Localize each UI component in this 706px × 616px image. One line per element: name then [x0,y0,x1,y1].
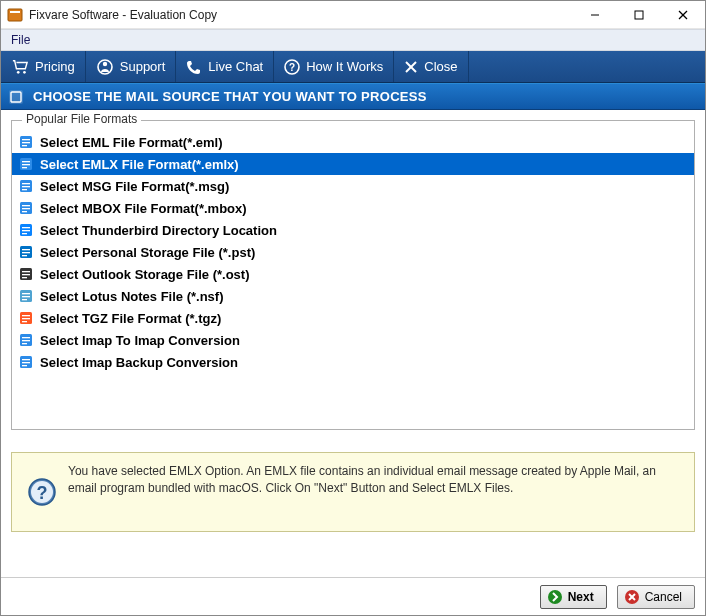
formats-groupbox: Popular File Formats Select EML File For… [11,120,695,430]
content-area: Popular File Formats Select EML File For… [1,110,705,577]
svg-rect-27 [22,189,27,190]
svg-rect-31 [22,211,27,212]
svg-text:?: ? [37,483,48,503]
svg-rect-46 [22,296,30,297]
svg-text:?: ? [289,62,295,73]
next-button[interactable]: Next [540,585,607,609]
svg-rect-51 [22,321,27,322]
format-item[interactable]: Select TGZ File Format (*.tgz) [12,307,694,329]
format-item-label: Select Imap Backup Conversion [40,355,238,370]
file-format-icon [18,310,34,326]
svg-rect-37 [22,249,30,250]
format-item-label: Select Imap To Imap Conversion [40,333,240,348]
toolbar-livechat-button[interactable]: Live Chat [176,51,274,82]
svg-point-9 [103,61,107,65]
app-window: Fixvare Software - Evaluation Copy File … [0,0,706,616]
menubar: File [1,29,705,51]
cart-icon [11,59,29,75]
info-box: ? You have selected EMLX Option. An EMLX… [11,452,695,532]
svg-rect-57 [22,359,30,360]
format-item-label: Select Lotus Notes File (*.nsf) [40,289,223,304]
close-x-icon [404,60,418,74]
cancel-button-label: Cancel [645,590,682,604]
maximize-button[interactable] [617,1,661,29]
phone-icon [186,59,202,75]
format-item[interactable]: Select EMLX File Format(*.emlx) [12,153,694,175]
support-icon [96,58,114,76]
svg-rect-26 [22,186,30,187]
svg-rect-23 [22,167,27,168]
format-item[interactable]: Select MBOX File Format(*.mbox) [12,197,694,219]
svg-rect-42 [22,274,30,275]
format-item-label: Select Thunderbird Directory Location [40,223,277,238]
step-icon [7,88,25,106]
question-info-icon: ? [22,463,62,521]
close-window-button[interactable] [661,1,705,29]
toolbar-close-label: Close [424,59,457,74]
groupbox-label: Popular File Formats [22,112,141,126]
svg-rect-21 [22,161,30,162]
svg-rect-30 [22,208,30,209]
svg-rect-35 [22,233,27,234]
svg-rect-0 [8,9,22,21]
format-item[interactable]: Select Lotus Notes File (*.nsf) [12,285,694,307]
question-icon: ? [284,59,300,75]
format-item[interactable]: Select Personal Storage File (*.pst) [12,241,694,263]
format-item[interactable]: Select Imap To Imap Conversion [12,329,694,351]
toolbar-close-button[interactable]: Close [394,51,468,82]
toolbar-howitworks-label: How It Works [306,59,383,74]
cancel-icon [624,589,640,605]
svg-rect-17 [22,139,30,140]
svg-rect-47 [22,299,27,300]
format-item-label: Select TGZ File Format (*.tgz) [40,311,221,326]
format-item[interactable]: Select MSG File Format(*.msg) [12,175,694,197]
file-format-icon [18,134,34,150]
toolbar-pricing-button[interactable]: Pricing [1,51,86,82]
svg-rect-33 [22,227,30,228]
svg-point-6 [17,71,20,74]
toolbar-support-label: Support [120,59,166,74]
toolbar-howitworks-button[interactable]: ? How It Works [274,51,394,82]
cancel-button[interactable]: Cancel [617,585,695,609]
svg-rect-59 [22,365,27,366]
minimize-button[interactable] [573,1,617,29]
format-item[interactable]: Select Outlook Storage File (*.ost) [12,263,694,285]
svg-rect-29 [22,205,30,206]
menu-file[interactable]: File [1,30,40,50]
file-format-icon [18,354,34,370]
svg-rect-1 [10,11,20,13]
file-format-icon [18,222,34,238]
svg-rect-45 [22,293,30,294]
formats-list: Select EML File Format(*.eml)Select EMLX… [12,131,694,373]
toolbar: Pricing Support Live Chat ? How It Works… [1,51,705,83]
format-item[interactable]: Select Imap Backup Conversion [12,351,694,373]
svg-rect-34 [22,230,30,231]
svg-rect-18 [22,142,30,143]
svg-rect-43 [22,277,27,278]
file-format-icon [18,178,34,194]
format-item-label: Select MSG File Format(*.msg) [40,179,229,194]
toolbar-pricing-label: Pricing [35,59,75,74]
format-item[interactable]: Select EML File Format(*.eml) [12,131,694,153]
window-controls [573,1,705,29]
titlebar: Fixvare Software - Evaluation Copy [1,1,705,29]
file-format-icon [18,156,34,172]
file-format-icon [18,266,34,282]
svg-rect-49 [22,315,30,316]
format-item[interactable]: Select Thunderbird Directory Location [12,219,694,241]
svg-rect-53 [22,337,30,338]
svg-rect-39 [22,255,27,256]
svg-point-63 [548,590,562,604]
toolbar-support-button[interactable]: Support [86,51,177,82]
next-button-label: Next [568,590,594,604]
svg-rect-25 [22,183,30,184]
svg-rect-3 [635,11,643,19]
app-icon [7,7,23,23]
svg-rect-55 [22,343,27,344]
file-format-icon [18,332,34,348]
info-text: You have selected EMLX Option. An EMLX f… [62,463,680,521]
section-header-text: CHOOSE THE MAIL SOURCE THAT YOU WANT TO … [33,89,427,104]
svg-rect-38 [22,252,30,253]
format-item-label: Select EML File Format(*.eml) [40,135,223,150]
svg-rect-22 [22,164,30,165]
